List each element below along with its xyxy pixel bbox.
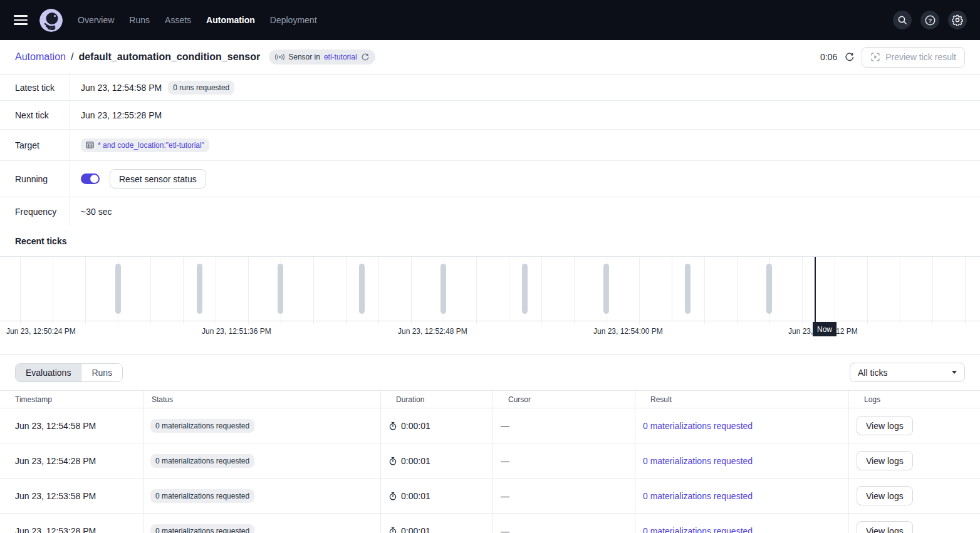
- cursor-value: —: [493, 514, 635, 533]
- preview-icon: [870, 52, 880, 62]
- tab-runs[interactable]: Runs: [81, 364, 122, 381]
- timeline-gridline: [183, 257, 184, 324]
- toggle-knob: [90, 175, 98, 183]
- result-link[interactable]: 0 materializations requested: [643, 421, 753, 431]
- view-logs-button[interactable]: View logs: [857, 521, 913, 533]
- timeline-gridline: [574, 257, 575, 324]
- table-body: Jun 23, 12:54:58 PM 0 materializations r…: [0, 408, 980, 533]
- frequency-row: Frequency ~30 sec: [0, 197, 980, 226]
- breadcrumb-separator: /: [71, 51, 73, 63]
- latest-tick-time: Jun 23, 12:54:58 PM: [81, 83, 162, 93]
- status-badge: 0 materializations requested: [150, 524, 254, 533]
- tick-timeline[interactable]: [0, 256, 980, 321]
- tick-filter-dropdown[interactable]: All ticks: [850, 363, 965, 382]
- nav-item-runs[interactable]: Runs: [129, 15, 150, 25]
- timeline-gridline: [704, 257, 705, 324]
- col-logs: Logs: [849, 391, 980, 408]
- cursor-value: —: [493, 443, 635, 478]
- tick-filter-value: All ticks: [858, 368, 887, 378]
- table-row: Jun 23, 12:53:58 PM 0 materializations r…: [0, 479, 980, 514]
- frequency-value: ~30 sec: [81, 207, 112, 217]
- timeline-gridline: [932, 257, 933, 324]
- timeline-gridline: [672, 257, 672, 324]
- asset-selection-text[interactable]: * and code_location:"etl-tutorial": [98, 141, 204, 150]
- reload-location-icon[interactable]: [361, 53, 369, 61]
- tick-bar[interactable]: [359, 264, 365, 314]
- table-row: Jun 23, 12:54:58 PM 0 materializations r…: [0, 408, 980, 443]
- tick-bar[interactable]: [685, 264, 691, 314]
- timeline-gridline: [378, 257, 379, 324]
- tick-bar[interactable]: [603, 264, 609, 314]
- timeline-axis-label: Jun 23, 12:50:24 PM: [6, 326, 76, 337]
- nav-item-deployment[interactable]: Deployment: [270, 15, 317, 25]
- tick-bar[interactable]: [197, 264, 202, 314]
- target-row: Target * and code_location:"etl-tutorial…: [0, 130, 980, 161]
- settings-gear-icon[interactable]: [948, 11, 967, 29]
- col-cursor: Cursor: [493, 391, 635, 408]
- dagster-logo-icon[interactable]: [39, 9, 63, 32]
- timeline-gridline: [509, 257, 509, 324]
- timeline-gridline: [85, 257, 86, 324]
- preview-button-label: Preview tick result: [885, 52, 956, 62]
- timeline-gridline: [867, 257, 868, 324]
- refresh-countdown: 0:06: [820, 52, 837, 62]
- sensor-badge-prefix: Sensor in: [288, 53, 320, 61]
- view-logs-button[interactable]: View logs: [857, 416, 913, 435]
- next-tick-label: Next tick: [0, 101, 70, 129]
- stopwatch-icon: [388, 457, 397, 465]
- breadcrumb-bar: Automation / default_automation_conditio…: [0, 40, 980, 75]
- breadcrumb-automation-link[interactable]: Automation: [15, 51, 66, 63]
- tab-evaluations[interactable]: Evaluations: [16, 364, 81, 381]
- recent-ticks-heading: Recent ticks: [0, 226, 980, 256]
- nav-item-overview[interactable]: Overview: [78, 15, 114, 25]
- tick-bar[interactable]: [115, 264, 121, 314]
- timeline-axis: Now Jun 23, 12:50:24 PMJun 23, 12:51:36 …: [0, 321, 980, 354]
- result-link[interactable]: 0 materializations requested: [643, 456, 753, 466]
- search-icon[interactable]: [893, 11, 912, 29]
- tick-bar[interactable]: [278, 264, 283, 314]
- code-location-link[interactable]: etl-tutorial: [324, 53, 357, 61]
- result-link[interactable]: 0 materializations requested: [643, 526, 753, 533]
- preview-tick-result-button[interactable]: Preview tick result: [862, 47, 965, 68]
- view-segmented-control: Evaluations Runs: [15, 363, 123, 382]
- automation-sensor-page: Overview Runs Assets Automation Deployme…: [0, 0, 980, 533]
- running-toggle[interactable]: [81, 173, 100, 184]
- tick-bar[interactable]: [522, 264, 528, 314]
- result-link[interactable]: 0 materializations requested: [643, 491, 753, 501]
- tick-timestamp: Jun 23, 12:54:28 PM: [0, 443, 144, 478]
- reset-sensor-status-button[interactable]: Reset sensor status: [110, 169, 206, 189]
- cursor-value: —: [493, 479, 635, 513]
- sensor-icon: [275, 53, 284, 61]
- view-logs-button[interactable]: View logs: [857, 451, 913, 470]
- next-tick-row: Next tick Jun 23, 12:55:28 PM: [0, 101, 980, 130]
- now-badge: Now: [813, 322, 837, 336]
- help-icon[interactable]: ?: [920, 11, 939, 29]
- duration-value: 0:00:01: [401, 456, 430, 466]
- svg-text:?: ?: [928, 17, 932, 24]
- table-row: Jun 23, 12:53:28 PM 0 materializations r…: [0, 514, 980, 533]
- page-title: default_automation_condition_sensor: [78, 51, 260, 63]
- tick-bar[interactable]: [766, 264, 772, 314]
- running-label: Running: [0, 161, 70, 197]
- refresh-icon[interactable]: [845, 53, 854, 62]
- timeline-gridline: [313, 257, 314, 324]
- view-logs-button[interactable]: View logs: [857, 486, 913, 505]
- asset-selection-badge[interactable]: * and code_location:"etl-tutorial": [81, 138, 209, 152]
- tick-bar[interactable]: [440, 264, 446, 314]
- nav-item-automation[interactable]: Automation: [206, 15, 255, 25]
- top-nav: Overview Runs Assets Automation Deployme…: [0, 0, 980, 40]
- tick-timestamp: Jun 23, 12:54:58 PM: [0, 408, 144, 443]
- cursor-value: —: [493, 408, 635, 443]
- latest-tick-status-badge: 0 runs requested: [168, 81, 234, 95]
- latest-tick-row: Latest tick Jun 23, 12:54:58 PM 0 runs r…: [0, 75, 980, 101]
- tabs-row: Evaluations Runs All ticks: [0, 354, 980, 390]
- duration-value: 0:00:01: [401, 526, 430, 533]
- col-timestamp: Timestamp: [0, 391, 144, 408]
- status-badge: 0 materializations requested: [150, 489, 254, 503]
- timeline-axis-label: Jun 23, 12:54:00 PM: [593, 326, 664, 337]
- status-badge: 0 materializations requested: [150, 419, 254, 433]
- duration-value: 0:00:01: [401, 421, 430, 431]
- menu-icon[interactable]: [14, 13, 29, 28]
- timeline-gridline: [20, 257, 21, 324]
- nav-item-assets[interactable]: Assets: [165, 15, 191, 25]
